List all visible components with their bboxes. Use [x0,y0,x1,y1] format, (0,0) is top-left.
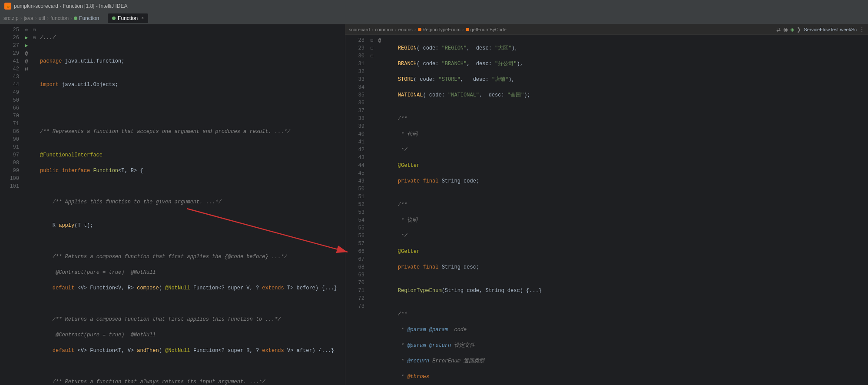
tab-label-function: Function [118,15,138,21]
left-panel: 25 26 27 29 41 42 43 44 49 50 66 [0,24,345,385]
breadcrumb-util: util [39,15,45,21]
bc-getenumbycode: getEnumByCode [466,27,507,32]
right-code-content: REGION( code: "REGION", desc: "大区"), BRA… [384,35,868,385]
left-code-area: 25 26 27 29 41 42 43 44 49 50 66 [0,24,345,385]
bc-enums: enums [398,27,413,32]
right-gutter: ⊟ ⊟ ⊟ [368,35,376,385]
toolbar-icon2[interactable]: ◉ [783,27,788,33]
bc-common: common [375,27,393,32]
left-gutter2: ⊟ ⊟ [30,24,38,385]
right-top-bar: scorecard › common › enums › RegionTypeE… [345,24,868,35]
right-panel: scorecard › common › enums › RegionTypeE… [345,24,868,385]
toolbar-icon1[interactable]: ⇄ [776,27,781,33]
breadcrumb-java: java [24,15,33,21]
toolbar-icon4[interactable]: ❯ [797,27,801,33]
main-content: 25 26 27 29 41 42 43 44 49 50 66 [0,24,868,385]
left-code-content: /.../ package java.util.function; import… [38,24,345,385]
bc-scorecard: scorecard [349,27,370,32]
toolbar-more[interactable]: ⋮ [859,27,865,33]
left-breadcrumb: src.zip › java › util › function › Funct… [3,15,99,21]
right-code-area: 28 29 30 31 32 33 34 35 36 37 38 39 40 4… [345,35,868,385]
tab-function[interactable]: Function × [108,13,148,23]
tab-dot-function [112,17,116,20]
right-toolbar: ⇄ ◉ ◈ ❯ ServiceFlowTest.weekSc ⋮ [776,27,865,33]
title-text: pumpkin-scorecard - Function [1.8] - Int… [14,3,127,9]
left-gutter: ⊕ ▶ ▶ @ @ [23,24,30,385]
right-gutter2: @ [376,35,384,385]
bc-region-icon: RegionTypeEnum [418,27,461,32]
tab-bar: src.zip › java › util › function › Funct… [0,12,868,24]
breadcrumb-function-class: Function [74,15,99,21]
toolbar-icon3[interactable]: ◈ [790,27,794,33]
breadcrumb-function-pkg: function [50,15,69,21]
toolbar-service-flow[interactable]: ServiceFlowTest.weekSc [804,27,857,32]
breadcrumb-src: src.zip [3,15,19,21]
title-bar: 🎃 pumpkin-scorecard - Function [1.8] - I… [0,0,868,12]
app-icon: 🎃 [4,3,11,10]
right-line-numbers: 28 29 30 31 32 33 34 35 36 37 38 39 40 4… [345,35,368,385]
right-breadcrumb: scorecard › common › enums › RegionTypeE… [349,27,507,32]
tab-close-function[interactable]: × [141,16,144,20]
left-line-numbers: 25 26 27 29 41 42 43 44 49 50 66 [0,24,23,385]
